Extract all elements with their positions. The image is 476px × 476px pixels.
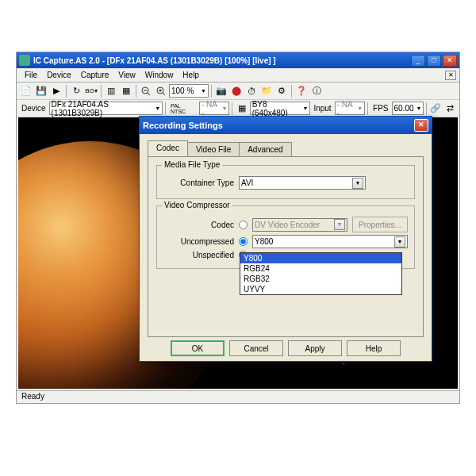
chevron-down-icon: ▼ bbox=[152, 106, 160, 111]
codec-radio[interactable] bbox=[239, 221, 248, 229]
tab-video-file[interactable]: Video File bbox=[187, 142, 240, 156]
bg-button[interactable]: BG▾ bbox=[84, 84, 98, 98]
container-label: Container Type bbox=[163, 178, 239, 187]
cancel-button[interactable]: Cancel bbox=[229, 340, 283, 356]
standard-combo[interactable]: - NA -▼ bbox=[199, 102, 229, 115]
help-pointer-icon[interactable]: ❓ bbox=[294, 84, 309, 98]
input-combo[interactable]: - NA -▼ bbox=[335, 102, 365, 115]
uncompressed-value: Y800 bbox=[255, 237, 394, 246]
dialog-close-button[interactable]: ✕ bbox=[414, 119, 428, 132]
tab-codec[interactable]: Codec bbox=[148, 140, 188, 156]
svg-line-1 bbox=[148, 93, 150, 95]
device-combo[interactable]: DFx 21AF04.AS (1301B3029B)▼ bbox=[49, 102, 163, 115]
option-y800[interactable]: Y800 bbox=[240, 253, 401, 263]
chevron-down-icon: ▼ bbox=[355, 106, 363, 111]
toolbar-device: Device DFx 21AF04.AS (1301B3029B)▼ PAL N… bbox=[17, 100, 459, 117]
toolbar-main: 📄 💾 ▶ ↻ BG▾ ▥ ▦ 100 %▼ 📷 ⬤ ⏱ 📁 ⚙ ❓ ⓘ bbox=[17, 83, 459, 100]
codec-label: Codec bbox=[163, 221, 239, 229]
option-uyvy[interactable]: UYVY bbox=[240, 284, 401, 294]
menu-view[interactable]: View bbox=[113, 69, 140, 81]
record-icon[interactable]: ⬤ bbox=[229, 84, 244, 98]
mdi-close-button[interactable]: ✕ bbox=[445, 71, 456, 80]
recording-settings-dialog: Recording Settings ✕ Codec Video File Ad… bbox=[139, 116, 432, 362]
menu-window[interactable]: Window bbox=[140, 69, 178, 81]
fps-label: FPS bbox=[370, 104, 390, 113]
group-legend: Video Compressor bbox=[162, 201, 232, 209]
menu-help[interactable]: Help bbox=[178, 69, 204, 81]
zoom-in-icon[interactable] bbox=[154, 84, 168, 98]
tab-advanced[interactable]: Advanced bbox=[239, 142, 291, 156]
menu-file[interactable]: File bbox=[20, 69, 42, 81]
format-icon[interactable]: ▦ bbox=[235, 102, 248, 116]
container-value: AVI bbox=[241, 178, 352, 187]
uncompressed-label: Uncompressed bbox=[163, 237, 239, 246]
container-combo[interactable]: AVI ▼ bbox=[239, 176, 366, 190]
new-icon[interactable]: 📄 bbox=[19, 84, 33, 98]
settings-icon[interactable]: ⚙ bbox=[274, 84, 289, 98]
standard-indicator: PAL NTSC bbox=[168, 103, 198, 114]
save-icon[interactable]: 💾 bbox=[34, 84, 48, 98]
adjust-icon[interactable]: ⇄ bbox=[443, 102, 457, 116]
app-icon bbox=[19, 55, 30, 66]
chevron-down-icon: ▼ bbox=[300, 106, 308, 111]
timer-icon[interactable]: ⏱ bbox=[244, 84, 259, 98]
uncompressed-combo[interactable]: Y800 ▼ bbox=[252, 235, 408, 248]
info-icon[interactable]: ⓘ bbox=[309, 84, 324, 98]
chevron-down-icon: ▼ bbox=[414, 106, 422, 111]
input-value: - NA - bbox=[337, 100, 355, 117]
chevron-down-icon: ▼ bbox=[198, 88, 206, 94]
standard-value: - NA - bbox=[202, 100, 220, 117]
menu-capture[interactable]: Capture bbox=[76, 69, 114, 81]
menu-bar: File Device Capture View Window Help ✕ bbox=[17, 68, 459, 83]
format-combo[interactable]: BY8 (640x480)▼ bbox=[250, 102, 311, 115]
close-button[interactable]: ✕ bbox=[443, 55, 457, 67]
chevron-down-icon[interactable]: ▼ bbox=[352, 178, 363, 189]
uncompressed-radio[interactable] bbox=[239, 237, 248, 246]
uncompressed-dropdown[interactable]: Y800 RGB24 RGB32 UYVY bbox=[240, 252, 402, 295]
chevron-down-icon: ▼ bbox=[220, 106, 228, 111]
status-text: Ready bbox=[21, 392, 44, 401]
group-media-file-type: Media File Type Container Type AVI ▼ bbox=[156, 165, 415, 199]
codec-combo: DV Video Encoder ▼ bbox=[252, 218, 347, 232]
menu-device[interactable]: Device bbox=[42, 69, 76, 81]
properties-button: Properties... bbox=[352, 217, 408, 232]
tile-icon[interactable]: ▦ bbox=[119, 84, 133, 98]
zoom-value: 100 % bbox=[171, 86, 194, 95]
dialog-titlebar[interactable]: Recording Settings ✕ bbox=[140, 117, 432, 134]
maximize-button[interactable]: □ bbox=[427, 55, 441, 67]
snapshot-icon[interactable]: 📷 bbox=[214, 84, 228, 98]
codec-value: DV Video Encoder bbox=[255, 221, 334, 229]
window-title: IC Capture.AS 2.0 - [DFx 21AF04.AS (1301… bbox=[33, 56, 411, 65]
fps-combo[interactable]: 60.00▼ bbox=[392, 102, 424, 115]
chevron-down-icon: ▼ bbox=[334, 219, 345, 230]
input-label: Input bbox=[311, 104, 333, 113]
chevron-down-icon[interactable]: ▼ bbox=[394, 236, 405, 248]
minimize-button[interactable]: _ bbox=[411, 55, 425, 67]
dialog-title: Recording Settings bbox=[143, 121, 414, 130]
refresh-icon[interactable]: ↻ bbox=[69, 84, 83, 98]
ok-button[interactable]: OK bbox=[171, 340, 225, 356]
tab-page-codec: Media File Type Container Type AVI ▼ Vid… bbox=[148, 156, 424, 337]
status-bar: Ready bbox=[17, 390, 459, 403]
main-titlebar: IC Capture.AS 2.0 - [DFx 21AF04.AS (1301… bbox=[17, 52, 459, 68]
zoom-combo[interactable]: 100 %▼ bbox=[169, 84, 209, 98]
help-button[interactable]: Help bbox=[347, 340, 401, 356]
group-legend: Media File Type bbox=[162, 160, 222, 169]
folder-icon[interactable]: 📁 bbox=[259, 84, 274, 98]
apply-button[interactable]: Apply bbox=[288, 340, 342, 356]
unspecified-label: Unspecified bbox=[163, 251, 239, 259]
fps-value: 60.00 bbox=[394, 104, 414, 113]
svg-line-4 bbox=[163, 93, 165, 95]
device-value: DFx 21AF04.AS (1301B3029B) bbox=[52, 100, 153, 117]
zoom-out-icon[interactable] bbox=[139, 84, 153, 98]
format-value: BY8 (640x480) bbox=[252, 100, 301, 117]
link-icon[interactable]: 🔗 bbox=[428, 102, 442, 116]
play-icon[interactable]: ▶ bbox=[49, 84, 63, 98]
option-rgb24[interactable]: RGB24 bbox=[240, 263, 401, 274]
device-label: Device bbox=[19, 104, 48, 113]
cascade-icon[interactable]: ▥ bbox=[104, 84, 118, 98]
option-rgb32[interactable]: RGB32 bbox=[240, 274, 401, 284]
